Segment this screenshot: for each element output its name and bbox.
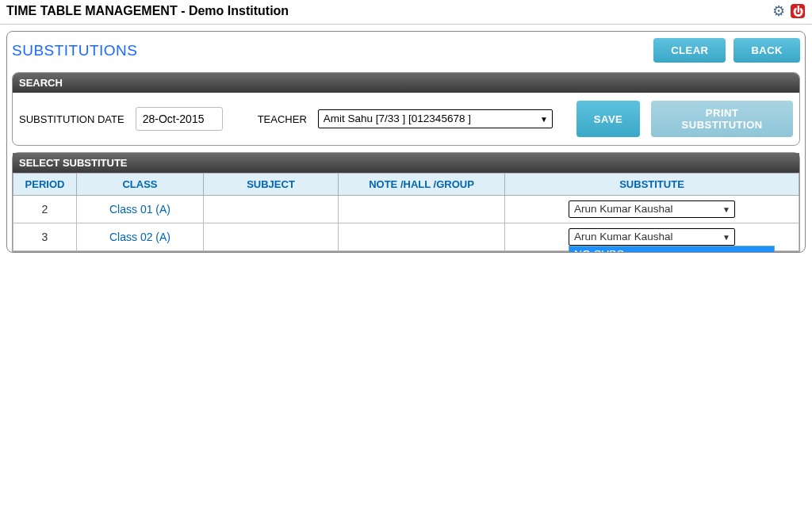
cell-substitute: Arun Kumar Kaushal ▼ bbox=[505, 196, 799, 223]
cell-substitute: Arun Kumar Kaushal ▼ NO SUBS ::OTHER SUB… bbox=[505, 223, 799, 251]
teacher-label: TEACHER bbox=[258, 113, 307, 125]
substitution-date-input[interactable] bbox=[136, 107, 223, 131]
back-button[interactable]: BACK bbox=[733, 38, 800, 63]
save-button[interactable]: SAVE bbox=[576, 101, 640, 137]
cell-subject bbox=[204, 196, 339, 223]
cell-note bbox=[339, 196, 505, 223]
table-header-row: PERIOD CLASS SUBJECT NOTE /HALL /GROUP S… bbox=[13, 174, 799, 196]
col-note-header: NOTE /HALL /GROUP bbox=[339, 174, 505, 196]
substitute-select[interactable]: Arun Kumar Kaushal bbox=[569, 200, 735, 218]
subheader: SUBSTITUTIONS CLEAR BACK bbox=[7, 32, 805, 67]
substitute-table: PERIOD CLASS SUBJECT NOTE /HALL /GROUP S… bbox=[13, 173, 799, 251]
app-title: TIME TABLE MANAGEMENT - Demo Institution bbox=[6, 4, 289, 18]
col-subject-header: SUBJECT bbox=[204, 174, 339, 196]
table-row: 2 Class 01 (A) Arun Kumar Kaushal ▼ bbox=[13, 196, 799, 223]
substitute-select-wrap: Arun Kumar Kaushal ▼ NO SUBS ::OTHER SUB… bbox=[569, 228, 735, 246]
cell-class: Class 01 (A) bbox=[77, 196, 204, 223]
select-substitute-header: SELECT SUBSTITUTE bbox=[13, 153, 799, 173]
teacher-select[interactable]: Amit Sahu [7/33 ] [012345678 ] bbox=[318, 109, 553, 128]
search-body: SUBSTITUTION DATE TEACHER Amit Sahu [7/3… bbox=[13, 93, 799, 145]
substitution-date-label: SUBSTITUTION DATE bbox=[19, 113, 124, 125]
substitute-select-wrap: Arun Kumar Kaushal ▼ bbox=[569, 200, 735, 218]
col-class-header: CLASS bbox=[77, 174, 204, 196]
search-header: SEARCH bbox=[13, 73, 799, 93]
col-period-header: PERIOD bbox=[13, 174, 77, 196]
col-substitute-header: SUBSTITUTE bbox=[505, 174, 799, 196]
substitute-select[interactable]: Arun Kumar Kaushal bbox=[569, 228, 735, 246]
dropdown-option-nosubs[interactable]: NO SUBS bbox=[569, 246, 774, 253]
search-action-buttons: SAVE PRINT SUBSTITUTION bbox=[576, 101, 793, 137]
cell-subject bbox=[204, 223, 339, 251]
table-row: 3 Class 02 (A) Arun Kumar Kaushal ▼ NO S… bbox=[13, 223, 799, 251]
print-substitution-button[interactable]: PRINT SUBSTITUTION bbox=[651, 101, 793, 137]
settings-icon[interactable] bbox=[771, 3, 787, 19]
select-substitute-panel: SELECT SUBSTITUTE PERIOD CLASS SUBJECT N… bbox=[12, 152, 800, 252]
clear-button[interactable]: CLEAR bbox=[653, 38, 726, 63]
substitute-dropdown[interactable]: NO SUBS ::OTHER SUBJECT:: Arun Kumar Kau… bbox=[569, 246, 775, 253]
header-icons bbox=[771, 3, 806, 19]
cell-period: 2 bbox=[13, 196, 77, 223]
cell-period: 3 bbox=[13, 223, 77, 251]
cell-note bbox=[339, 223, 505, 251]
main-panel: SUBSTITUTIONS CLEAR BACK SEARCH SUBSTITU… bbox=[6, 31, 806, 253]
power-icon[interactable] bbox=[790, 3, 806, 19]
page-title: SUBSTITUTIONS bbox=[12, 42, 138, 59]
teacher-select-wrap: Amit Sahu [7/33 ] [012345678 ] ▼ bbox=[318, 109, 553, 128]
cell-class: Class 02 (A) bbox=[77, 223, 204, 251]
top-header: TIME TABLE MANAGEMENT - Demo Institution bbox=[0, 0, 812, 22]
search-panel: SEARCH SUBSTITUTION DATE TEACHER Amit Sa… bbox=[12, 72, 800, 146]
divider bbox=[0, 24, 812, 25]
subheader-buttons: CLEAR BACK bbox=[653, 38, 800, 63]
